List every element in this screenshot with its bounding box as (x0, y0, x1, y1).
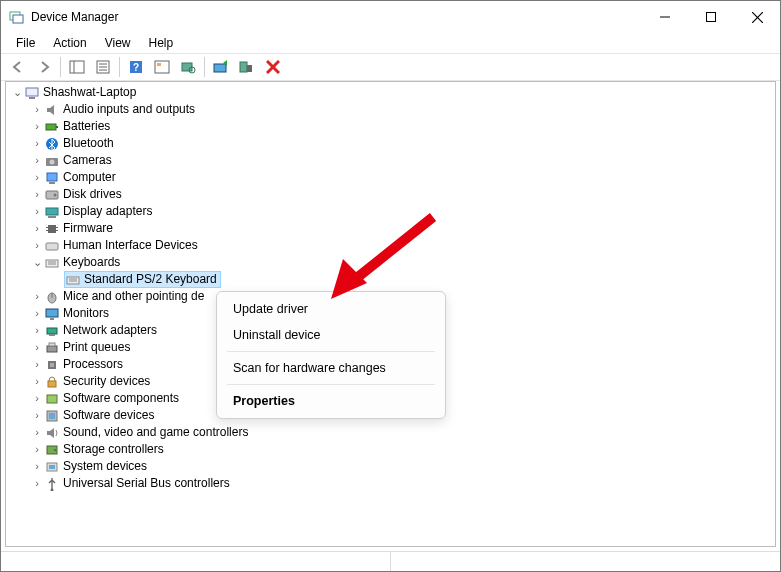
chevron-right-icon[interactable]: › (30, 220, 44, 237)
forward-button[interactable] (32, 56, 56, 78)
chevron-right-icon[interactable]: › (30, 407, 44, 424)
menu-help[interactable]: Help (140, 34, 183, 52)
toolbar-separator (60, 57, 61, 77)
maximize-button[interactable] (688, 1, 734, 33)
tree-item-sound[interactable]: ›Sound, video and game controllers (6, 424, 775, 441)
svg-rect-19 (240, 62, 247, 72)
tree-label: Cameras (63, 152, 112, 169)
chevron-right-icon[interactable]: › (30, 458, 44, 475)
tree-item-batteries[interactable]: ›Batteries (6, 118, 775, 135)
menu-view[interactable]: View (96, 34, 140, 52)
chevron-down-icon[interactable]: ⌄ (10, 84, 24, 101)
help-toolbar-button[interactable]: ? (124, 56, 148, 78)
svg-rect-15 (157, 63, 161, 66)
tree-item-firmware[interactable]: ›Firmware (6, 220, 775, 237)
tree-label: System devices (63, 458, 147, 475)
chevron-right-icon[interactable]: › (30, 424, 44, 441)
tree-label: Computer (63, 169, 116, 186)
tree-item-audio[interactable]: ›Audio inputs and outputs (6, 101, 775, 118)
scan-toolbar-button[interactable] (176, 56, 200, 78)
mouse-icon (44, 289, 60, 305)
svg-point-29 (50, 159, 55, 164)
tree-label: Storage controllers (63, 441, 164, 458)
chevron-right-icon[interactable]: › (30, 373, 44, 390)
tree-label: Disk drives (63, 186, 122, 203)
svg-rect-51 (50, 318, 54, 320)
chevron-right-icon[interactable]: › (30, 237, 44, 254)
chevron-right-icon[interactable]: › (30, 203, 44, 220)
bluetooth-icon (44, 136, 60, 152)
back-button[interactable] (6, 56, 30, 78)
uninstall-toolbar-button[interactable] (235, 56, 259, 78)
speaker-icon (44, 102, 60, 118)
chevron-right-icon[interactable]: › (30, 135, 44, 152)
svg-rect-18 (214, 64, 226, 72)
toolbar-separator (204, 57, 205, 77)
menu-file[interactable]: File (7, 34, 44, 52)
cpu-icon (44, 357, 60, 373)
svg-rect-26 (56, 126, 58, 128)
menu-bar: File Action View Help (1, 33, 780, 53)
status-pane-left (1, 552, 391, 571)
svg-rect-20 (247, 65, 252, 72)
tree-label: Security devices (63, 373, 150, 390)
chevron-right-icon[interactable]: › (30, 288, 44, 305)
ctx-scan[interactable]: Scan for hardware changes (217, 355, 445, 381)
status-pane-right (391, 552, 780, 571)
tree-item-cameras[interactable]: ›Cameras (6, 152, 775, 169)
update-driver-toolbar-button[interactable] (209, 56, 233, 78)
chevron-right-icon[interactable]: › (30, 390, 44, 407)
tree-label: Audio inputs and outputs (63, 101, 195, 118)
delete-toolbar-button[interactable] (261, 56, 285, 78)
menu-action[interactable]: Action (44, 34, 95, 52)
firmware-icon (44, 221, 60, 237)
usb-icon (44, 476, 60, 492)
tree-label: Software components (63, 390, 179, 407)
svg-rect-23 (26, 88, 38, 96)
ctx-update-driver[interactable]: Update driver (217, 296, 445, 322)
svg-rect-54 (47, 346, 57, 352)
properties-toolbar-button[interactable] (91, 56, 115, 78)
tree-item-usb[interactable]: ›Universal Serial Bus controllers (6, 475, 775, 492)
show-hide-tree-button[interactable] (65, 56, 89, 78)
tree-item-bluetooth[interactable]: ›Bluetooth (6, 135, 775, 152)
chevron-right-icon[interactable]: › (30, 101, 44, 118)
chevron-right-icon[interactable]: › (30, 169, 44, 186)
chevron-right-icon[interactable]: › (30, 118, 44, 135)
device-tree[interactable]: ⌄ Shashwat-Laptop ›Audio inputs and outp… (6, 82, 775, 494)
tree-label: Network adapters (63, 322, 157, 339)
tree-item-computer[interactable]: ›Computer (6, 169, 775, 186)
keyboard-icon (65, 272, 81, 288)
ctx-uninstall[interactable]: Uninstall device (217, 322, 445, 348)
tree-item-hid[interactable]: ›Human Interface Devices (6, 237, 775, 254)
chevron-right-icon[interactable]: › (30, 186, 44, 203)
minimize-button[interactable] (642, 1, 688, 33)
svg-point-63 (54, 449, 56, 451)
action-toolbar-button[interactable] (150, 56, 174, 78)
tree-item-display[interactable]: ›Display adapters (6, 203, 775, 220)
tree-root[interactable]: ⌄ Shashwat-Laptop (6, 84, 775, 101)
tree-item-system[interactable]: ›System devices (6, 458, 775, 475)
svg-rect-24 (29, 97, 35, 99)
tree-item-keyboards[interactable]: ⌄Keyboards (6, 254, 775, 271)
svg-rect-55 (49, 343, 55, 346)
tree-item-standard-keyboard[interactable]: Standard PS/2 Keyboard (6, 271, 775, 288)
chevron-right-icon[interactable]: › (30, 339, 44, 356)
chevron-right-icon[interactable]: › (30, 475, 44, 492)
tree-label: Display adapters (63, 203, 152, 220)
tree-item-disk-drives[interactable]: ›Disk drives (6, 186, 775, 203)
status-bar (1, 551, 780, 571)
tree-label: Keyboards (63, 254, 120, 271)
chevron-right-icon[interactable]: › (30, 152, 44, 169)
tree-item-storage[interactable]: ›Storage controllers (6, 441, 775, 458)
chevron-right-icon[interactable]: › (30, 441, 44, 458)
close-button[interactable] (734, 1, 780, 33)
window-title: Device Manager (31, 10, 642, 24)
chevron-right-icon[interactable]: › (30, 305, 44, 322)
desktop-icon (44, 170, 60, 186)
svg-rect-52 (47, 328, 57, 334)
chevron-right-icon[interactable]: › (30, 356, 44, 373)
chevron-down-icon[interactable]: ⌄ (30, 254, 44, 271)
chevron-right-icon[interactable]: › (30, 322, 44, 339)
ctx-properties[interactable]: Properties (217, 388, 445, 414)
